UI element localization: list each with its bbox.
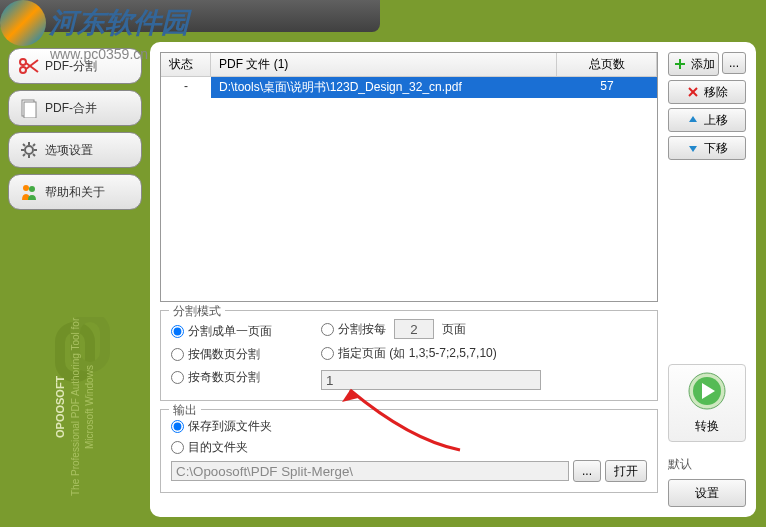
people-icon [17, 181, 41, 203]
convert-label[interactable]: 转换 [675, 418, 739, 435]
sidebar-item-label: 帮助和关于 [45, 184, 105, 201]
split-every-suffix: 页面 [442, 321, 466, 338]
sidebar-item-pdf-merge[interactable]: PDF-合并 [8, 90, 142, 126]
radio-output-target[interactable]: 目的文件夹 [171, 439, 647, 456]
cross-icon [686, 85, 700, 99]
sidebar-item-label: PDF-分割 [45, 58, 97, 75]
svg-line-14 [33, 144, 35, 146]
sidebar: PDF-分割 PDF-合并 选项设置 帮助和关于 OPOOSOFT The Pr… [0, 32, 150, 527]
col-pages[interactable]: 总页数 [557, 53, 657, 76]
move-down-button[interactable]: 下移 [668, 136, 746, 160]
radio-output-source[interactable]: 保存到源文件夹 [171, 418, 647, 435]
radio-split-even[interactable]: 按偶数页分割 [171, 346, 321, 363]
output-fieldset: 输出 保存到源文件夹 目的文件夹 ... 打开 [160, 409, 658, 493]
gear-icon [17, 139, 41, 161]
output-legend: 输出 [169, 402, 201, 419]
svg-line-11 [23, 144, 25, 146]
sidebar-item-pdf-split[interactable]: PDF-分割 [8, 48, 142, 84]
svg-rect-20 [675, 63, 685, 65]
split-every-input[interactable] [394, 319, 434, 339]
default-section: 默认 设置 [668, 456, 746, 507]
cell-pages: 57 [557, 77, 657, 98]
add-browse-button[interactable]: ... [722, 52, 746, 74]
radio-split-range[interactable]: 指定页面 (如 1,3;5-7;2,5,7,10) [321, 345, 647, 362]
sidebar-item-label: 选项设置 [45, 142, 93, 159]
cell-file: D:\tools\桌面\说明书\123D_Design_32_cn.pdf [211, 77, 557, 98]
col-file[interactable]: PDF 文件 (1) [211, 53, 557, 76]
svg-line-13 [23, 154, 25, 156]
output-open-button[interactable]: 打开 [605, 460, 647, 482]
radio-split-odd[interactable]: 按奇数页分割 [171, 369, 321, 386]
svg-point-15 [23, 185, 29, 191]
svg-line-12 [33, 154, 35, 156]
split-range-input[interactable] [321, 370, 541, 390]
radio-split-every[interactable]: 分割按每 [321, 321, 386, 338]
sidebar-item-label: PDF-合并 [45, 100, 97, 117]
sidebar-brand-text: OPOOSOFT The Professional PDF Authoring … [0, 307, 150, 507]
document-icon [17, 97, 41, 119]
split-mode-fieldset: 分割模式 分割成单一页面 按偶数页分割 按奇数页分割 分割按每 页面 指定页面 … [160, 310, 658, 401]
convert-section: 转换 [668, 364, 746, 442]
sidebar-item-options[interactable]: 选项设置 [8, 132, 142, 168]
table-row[interactable]: - D:\tools\桌面\说明书\123D_Design_32_cn.pdf … [161, 77, 657, 98]
sidebar-item-help-about[interactable]: 帮助和关于 [8, 174, 142, 210]
svg-point-16 [29, 186, 35, 192]
plus-icon [673, 57, 687, 71]
col-status[interactable]: 状态 [161, 53, 211, 76]
svg-point-6 [25, 146, 33, 154]
output-browse-button[interactable]: ... [573, 460, 601, 482]
content-panel: 状态 PDF 文件 (1) 总页数 - D:\tools\桌面\说明书\123D… [150, 42, 756, 517]
window-topbar [0, 0, 380, 32]
split-mode-legend: 分割模式 [169, 303, 225, 320]
arrow-down-icon [686, 141, 700, 155]
arrow-up-icon [686, 113, 700, 127]
play-icon[interactable] [687, 371, 727, 411]
default-label: 默认 [668, 456, 746, 473]
file-list-header: 状态 PDF 文件 (1) 总页数 [161, 53, 657, 77]
move-up-button[interactable]: 上移 [668, 108, 746, 132]
settings-button[interactable]: 设置 [668, 479, 746, 507]
output-path-input[interactable] [171, 461, 569, 481]
svg-point-1 [20, 67, 26, 73]
add-button[interactable]: 添加 [668, 52, 719, 76]
radio-split-single[interactable]: 分割成单一页面 [171, 323, 321, 340]
scissors-icon [17, 55, 41, 77]
svg-point-0 [20, 59, 26, 65]
svg-rect-5 [24, 102, 36, 118]
cell-status: - [161, 77, 211, 98]
remove-button[interactable]: 移除 [668, 80, 746, 104]
file-list-table[interactable]: 状态 PDF 文件 (1) 总页数 - D:\tools\桌面\说明书\123D… [160, 52, 658, 302]
